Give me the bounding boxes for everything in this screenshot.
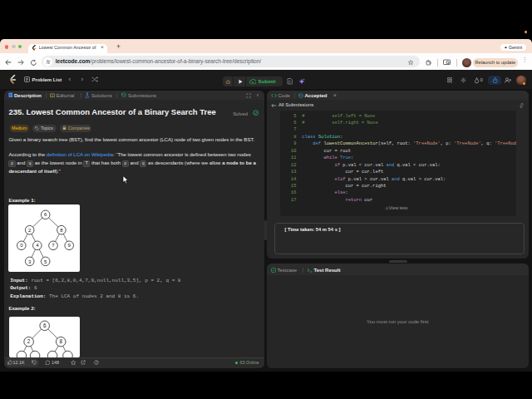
svg-text:8: 8	[60, 339, 63, 345]
svg-text:6: 6	[43, 323, 47, 328]
svg-text:2: 2	[27, 339, 31, 345]
